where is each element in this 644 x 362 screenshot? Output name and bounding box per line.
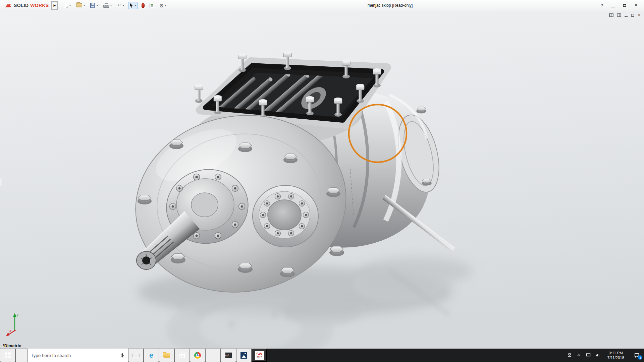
help-button[interactable]: ? — [597, 1, 606, 9]
command-prompt-app-button[interactable]: &gt;_ — [221, 349, 236, 362]
titlebar: SOLIDWORKS ▶ ↶ ⚙ menjac sklop [Read-only… — [0, 0, 644, 11]
pane-left-icon[interactable] — [609, 13, 613, 17]
clock-time: 3:11 PM — [604, 351, 628, 355]
network-button[interactable] — [584, 349, 593, 362]
task-view-icon — [132, 353, 140, 358]
main-toolbar: ↶ ⚙ — [62, 2, 168, 9]
graphics-area[interactable]: × y x *Dimetric — [0, 11, 644, 349]
taskbar-search[interactable] — [28, 349, 128, 362]
open-button[interactable] — [75, 2, 87, 8]
store-bag-icon — [179, 354, 185, 358]
doc-restore-button[interactable] — [631, 14, 634, 17]
maximize-button[interactable] — [620, 1, 629, 9]
edge-icon: e — [149, 352, 153, 359]
chrome-icon — [194, 352, 201, 359]
speaker-icon — [595, 353, 600, 358]
edge-app-button[interactable]: e — [144, 349, 159, 362]
properties-button[interactable] — [148, 2, 156, 9]
folder-icon — [163, 353, 170, 358]
secondary-bore — [253, 185, 318, 247]
volume-button[interactable] — [593, 349, 602, 362]
windows-taskbar: e ✉ &gt;_ SW 2017 — [0, 349, 644, 362]
store-app-button[interactable] — [174, 349, 190, 362]
open-folder-icon — [76, 3, 82, 7]
solidworks-logo: SOLIDWORKS — [0, 3, 51, 8]
people-icon — [567, 353, 572, 358]
mail-envelope-icon: ✉ — [210, 352, 215, 358]
orientation-triad: y x — [5, 311, 29, 339]
appearance-button[interactable] — [140, 2, 146, 9]
minimize-button[interactable] — [608, 1, 618, 9]
tray-overflow-button[interactable] — [574, 349, 584, 362]
gearbox-model[interactable] — [0, 11, 644, 349]
view-orientation-label: *Dimetric — [3, 344, 21, 348]
ds-logo-icon — [3, 3, 12, 8]
printer-icon — [103, 5, 109, 8]
appearance-icon — [142, 3, 145, 8]
brand-works: WORKS — [30, 3, 49, 8]
network-icon — [586, 353, 591, 358]
print-button[interactable] — [102, 2, 113, 9]
chrome-app-button[interactable] — [190, 349, 205, 362]
save-button[interactable] — [89, 2, 100, 9]
dropdown-caret-icon[interactable] — [122, 5, 124, 6]
document-title: menjac sklop [Read-only] — [368, 3, 413, 8]
cortana-button[interactable] — [15, 349, 28, 362]
minimize-icon — [611, 7, 615, 7]
file-explorer-app-button[interactable] — [159, 349, 174, 362]
search-input[interactable] — [31, 353, 117, 358]
taskbar-clock[interactable]: 3:11 PM 7/11/2018 — [602, 351, 629, 360]
select-tool-button[interactable] — [128, 2, 138, 9]
start-button[interactable] — [0, 349, 15, 362]
panel-collapse-handle[interactable] — [0, 178, 2, 186]
options-button[interactable]: ⚙ — [158, 2, 168, 9]
toolbar-flyout-button[interactable]: ▶ — [51, 1, 58, 10]
dropdown-caret-icon[interactable] — [135, 5, 137, 6]
new-document-button[interactable] — [62, 2, 72, 9]
select-cursor-icon — [129, 3, 133, 8]
doc-minimize-button[interactable] — [625, 16, 628, 17]
system-tray: 3:11 PM 7/11/2018 3 — [565, 349, 644, 362]
x-axis-label: x — [9, 329, 11, 333]
mail-app-button[interactable]: ✉ — [205, 349, 221, 362]
y-axis-arrow-icon — [13, 313, 16, 317]
dropdown-caret-icon[interactable] — [69, 5, 71, 6]
notification-badge: 3 — [638, 355, 642, 360]
microphone-icon[interactable] — [120, 353, 125, 358]
flyout-arrow-icon: ▶ — [53, 4, 56, 7]
brand-solid: SOLID — [14, 3, 29, 8]
x-axis-arrow-icon — [6, 333, 10, 336]
pane-right-icon[interactable] — [617, 13, 621, 17]
save-floppy-icon — [90, 3, 95, 8]
photos-icon — [240, 352, 247, 359]
people-button[interactable] — [565, 349, 574, 362]
dropdown-caret-icon[interactable] — [165, 5, 167, 6]
clock-date: 7/11/2018 — [604, 355, 628, 360]
undo-arrow-icon: ↶ — [117, 3, 121, 8]
close-button[interactable]: × — [631, 1, 641, 9]
window-controls: ? × — [597, 1, 644, 9]
undo-button[interactable]: ↶ — [116, 2, 126, 9]
solidworks-app-button[interactable]: SW 2017 — [252, 349, 267, 362]
windows-logo-icon — [5, 352, 11, 358]
action-center-button[interactable]: 3 — [629, 349, 644, 362]
document-window-controls: × — [609, 12, 641, 18]
task-view-button[interactable] — [128, 349, 144, 362]
y-axis-label: y — [17, 313, 18, 316]
maximize-icon — [623, 4, 626, 7]
gear-icon: ⚙ — [159, 3, 164, 8]
dropdown-caret-icon[interactable] — [110, 5, 112, 6]
solidworks-app-icon: SW 2017 — [255, 351, 264, 360]
photos-app-button[interactable] — [236, 349, 252, 362]
terminal-icon: &gt;_ — [225, 352, 232, 358]
properties-sheet-icon — [150, 3, 154, 8]
dropdown-caret-icon[interactable] — [83, 5, 85, 6]
cortana-icon — [18, 352, 25, 359]
dropdown-caret-icon[interactable] — [96, 5, 98, 6]
doc-close-button[interactable]: × — [638, 13, 641, 17]
new-document-icon — [64, 3, 68, 8]
chevron-up-icon — [577, 353, 581, 358]
